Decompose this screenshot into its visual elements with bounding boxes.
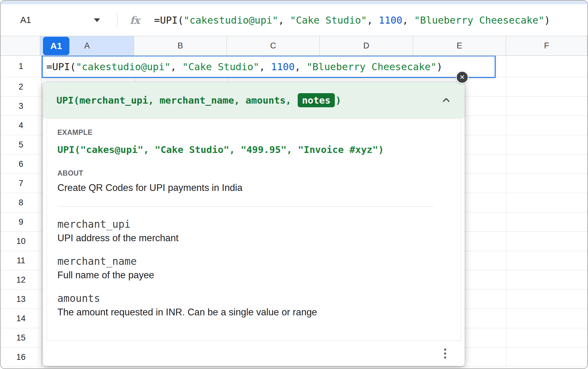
row-header-3[interactable]: 3 <box>1 97 42 116</box>
function-help-body: EXAMPLE UPI("cakes@upi", "Cake Studio", … <box>47 118 461 341</box>
grid-cell[interactable] <box>506 212 587 232</box>
grid-cell[interactable] <box>506 193 587 212</box>
row-header-8[interactable]: 8 <box>1 193 42 212</box>
grid-cell[interactable] <box>506 116 587 135</box>
column-header-c[interactable]: C <box>227 36 320 56</box>
parameter-list: merchant_upiUPI address of the merchantm… <box>57 218 450 318</box>
function-help-popup: UPI(merchant_upi, merchant_name, amounts… <box>43 82 465 366</box>
grid-cell[interactable] <box>506 77 587 97</box>
grid-cell[interactable] <box>506 97 587 116</box>
parameter-description: Full name of the payee <box>57 270 450 281</box>
parameter-description: The amount requested in INR. Can be a si… <box>57 307 450 318</box>
formula-token: , <box>171 61 183 73</box>
section-divider <box>57 206 433 207</box>
grid-cell[interactable] <box>506 232 587 251</box>
row-header-9[interactable]: 9 <box>1 212 42 232</box>
row-header-4[interactable]: 4 <box>1 116 42 135</box>
column-header-b[interactable]: B <box>134 36 227 56</box>
more-options-icon[interactable] <box>442 346 449 361</box>
close-icon[interactable]: ✕ <box>456 71 469 84</box>
formula-token: , <box>295 61 307 73</box>
example-label: EXAMPLE <box>57 128 450 137</box>
select-all-corner[interactable] <box>1 36 40 56</box>
formula-token: =UPI( <box>154 14 184 26</box>
grid-cell[interactable] <box>506 135 587 154</box>
cell-editor[interactable]: =UPI("cakestudio@upi", "Cake Studio", 11… <box>42 56 496 78</box>
collapse-help-button[interactable] <box>441 95 452 106</box>
column-header-e[interactable]: E <box>413 36 506 56</box>
formula-token: "Cake Studio" <box>290 14 367 26</box>
column-header-f[interactable]: F <box>506 36 587 56</box>
example-code: UPI("cakes@upi", "Cake Studio", "499.95"… <box>57 144 450 155</box>
sheet-grid: 12345678910111213141516 =UPI("cakestudio… <box>1 56 587 369</box>
formula-token: , <box>278 14 290 26</box>
formula-token: , <box>259 61 271 73</box>
row-header-2[interactable]: 2 <box>1 77 42 97</box>
name-box-value: A1 <box>20 15 31 25</box>
signature-token: ) <box>335 95 341 106</box>
formula-token: 1100 <box>379 14 402 26</box>
formula-token: =UPI( <box>46 61 76 73</box>
row-header-11[interactable]: 11 <box>1 251 42 270</box>
name-box[interactable]: A1 <box>1 4 117 36</box>
formula-token: , <box>402 14 414 26</box>
grid-cell[interactable] <box>506 251 587 270</box>
chevron-down-icon <box>94 18 100 22</box>
row-header-13[interactable]: 13 <box>1 290 42 309</box>
function-signature-header: UPI(merchant_upi, merchant_name, amounts… <box>43 82 465 118</box>
formula-token: "cakestudio@upi" <box>76 61 170 73</box>
row-header-14[interactable]: 14 <box>1 309 42 328</box>
window-top-strip <box>1 1 587 4</box>
row-header-6[interactable]: 6 <box>1 154 42 174</box>
formula-token: "Blueberry Cheesecake" <box>307 61 437 73</box>
active-cell-badge: A1 <box>43 37 69 55</box>
parameter-name: amounts <box>57 292 450 304</box>
grid-cell[interactable] <box>506 174 587 193</box>
formula-token: "cakestudio@upi" <box>184 14 278 26</box>
signature-token: UPI(merchant_upi, merchant_name, amounts… <box>56 95 297 106</box>
about-text: Create QR Codes for UPI payments in Indi… <box>57 182 450 193</box>
column-header-d[interactable]: D <box>320 36 413 56</box>
row-header-15[interactable]: 15 <box>1 328 42 348</box>
row-header-7[interactable]: 7 <box>1 174 42 193</box>
formula-token: 1100 <box>271 61 295 73</box>
formula-bar: A1 fx =UPI("cakestudio@upi", "Cake Studi… <box>1 4 587 36</box>
formula-token: ) <box>544 14 550 26</box>
column-header-row: ABCDEF A1 <box>1 36 587 56</box>
function-help-footer <box>43 341 465 366</box>
grid-cell[interactable] <box>506 270 587 290</box>
parameter-name: merchant_upi <box>57 218 450 230</box>
cell-editor-text: =UPI("cakestudio@upi", "Cake Studio", 11… <box>46 61 443 73</box>
chevron-up-icon <box>441 95 452 106</box>
function-signature: UPI(merchant_upi, merchant_name, amounts… <box>56 93 341 107</box>
grid-cell[interactable] <box>506 56 587 77</box>
grid-cell[interactable] <box>506 309 587 328</box>
row-header-10[interactable]: 10 <box>1 232 42 251</box>
formula-token: ) <box>437 61 443 73</box>
spreadsheet-window: A1 fx =UPI("cakestudio@upi", "Cake Studi… <box>0 0 588 369</box>
row-header-16[interactable]: 16 <box>1 348 42 367</box>
grid-cell[interactable] <box>506 290 587 309</box>
formula-bar-divider <box>117 13 118 27</box>
parameter-description: UPI address of the merchant <box>57 233 450 244</box>
about-label: ABOUT <box>57 169 450 177</box>
formula-token: "Cake Studio" <box>182 61 259 73</box>
row-header-5[interactable]: 5 <box>1 135 42 154</box>
formula-token: , <box>367 14 379 26</box>
row-header-1[interactable]: 1 <box>1 56 42 77</box>
formula-input[interactable]: =UPI("cakestudio@upi", "Cake Studio", 11… <box>154 14 550 26</box>
row-header-12[interactable]: 12 <box>1 270 42 290</box>
parameter-name: merchant_name <box>57 255 450 267</box>
formula-token: "Blueberry Cheesecake" <box>414 14 544 26</box>
grid-cell[interactable] <box>506 348 587 367</box>
fx-icon: fx <box>130 14 139 26</box>
grid-cell[interactable] <box>506 328 587 348</box>
signature-token: notes <box>298 93 335 107</box>
column-headers: ABCDEF <box>40 36 587 56</box>
grid-cell[interactable] <box>506 154 587 174</box>
